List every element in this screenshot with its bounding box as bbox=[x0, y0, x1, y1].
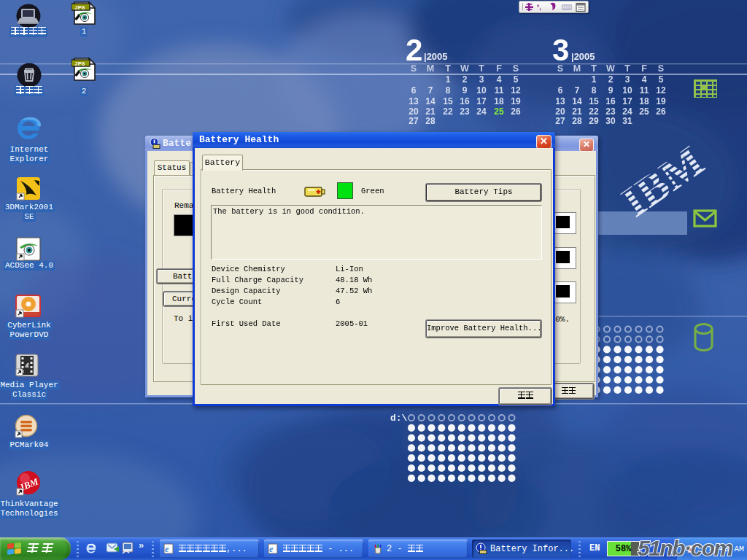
svg-text:25: 25 bbox=[639, 106, 649, 117]
svg-text:|2005: |2005 bbox=[571, 51, 595, 62]
svg-text:15: 15 bbox=[589, 96, 599, 106]
svg-text:5: 5 bbox=[659, 74, 664, 85]
svg-text:3: 3 bbox=[479, 74, 484, 85]
svg-text:d:\: d:\ bbox=[390, 413, 408, 424]
svg-text:30: 30 bbox=[605, 116, 616, 126]
svg-text:23: 23 bbox=[605, 106, 616, 117]
svg-text:14: 14 bbox=[572, 96, 582, 106]
svg-text:13: 13 bbox=[409, 96, 419, 106]
svg-text:22: 22 bbox=[589, 106, 599, 117]
svg-text:18: 18 bbox=[494, 96, 504, 106]
svg-text:26: 26 bbox=[656, 106, 666, 117]
svg-text:9: 9 bbox=[462, 85, 468, 96]
svg-text:W: W bbox=[606, 63, 615, 74]
svg-text:3: 3 bbox=[625, 74, 630, 85]
svg-text:28: 28 bbox=[425, 116, 436, 126]
svg-text:21: 21 bbox=[425, 106, 436, 117]
svg-text:12: 12 bbox=[511, 85, 521, 96]
svg-text:4: 4 bbox=[497, 74, 502, 85]
svg-text:19: 19 bbox=[511, 96, 521, 106]
svg-text:24: 24 bbox=[622, 106, 632, 117]
svg-text:6: 6 bbox=[411, 85, 417, 96]
svg-text:JPG: JPG bbox=[74, 4, 85, 11]
svg-text:12: 12 bbox=[656, 85, 666, 96]
svg-text:F: F bbox=[641, 63, 647, 74]
svg-text:18: 18 bbox=[639, 96, 649, 106]
svg-text:8: 8 bbox=[592, 85, 597, 96]
svg-text:º,: º, bbox=[537, 4, 541, 11]
svg-text:16: 16 bbox=[460, 96, 470, 106]
svg-text:8: 8 bbox=[446, 85, 451, 96]
svg-text:26: 26 bbox=[511, 106, 521, 117]
svg-text:F: F bbox=[496, 63, 502, 74]
svg-text:17: 17 bbox=[476, 96, 487, 106]
svg-text:24: 24 bbox=[476, 106, 487, 117]
svg-text:51nb·com: 51nb·com bbox=[638, 536, 733, 560]
svg-text:9: 9 bbox=[608, 85, 614, 96]
svg-text:31: 31 bbox=[622, 116, 632, 126]
svg-text:M: M bbox=[573, 63, 581, 74]
svg-text:S: S bbox=[513, 63, 519, 74]
svg-text:29: 29 bbox=[589, 116, 599, 126]
svg-text:25: 25 bbox=[494, 106, 504, 117]
svg-text:22: 22 bbox=[443, 106, 453, 117]
svg-text:2: 2 bbox=[608, 74, 614, 85]
svg-text:19: 19 bbox=[656, 96, 666, 106]
svg-text:20: 20 bbox=[555, 106, 565, 117]
svg-text:28: 28 bbox=[572, 116, 582, 126]
svg-text:10: 10 bbox=[476, 85, 487, 96]
svg-text:20: 20 bbox=[409, 106, 419, 117]
svg-text:10: 10 bbox=[622, 85, 632, 96]
svg-text:27: 27 bbox=[555, 116, 565, 126]
svg-text:|2005: |2005 bbox=[424, 51, 448, 62]
svg-text:14: 14 bbox=[425, 96, 436, 106]
svg-text:T: T bbox=[591, 63, 597, 74]
svg-text:e: e bbox=[165, 544, 169, 554]
svg-text:6: 6 bbox=[558, 85, 563, 96]
svg-text:S: S bbox=[557, 63, 563, 74]
svg-text:1: 1 bbox=[592, 74, 597, 85]
svg-text:21: 21 bbox=[572, 106, 582, 117]
svg-text:S: S bbox=[658, 63, 664, 74]
svg-text:5: 5 bbox=[514, 74, 519, 85]
svg-text:W: W bbox=[460, 63, 469, 74]
svg-text:4: 4 bbox=[642, 74, 647, 85]
svg-text:11: 11 bbox=[640, 85, 649, 96]
svg-text:2: 2 bbox=[462, 74, 468, 85]
svg-text:M: M bbox=[427, 63, 434, 74]
svg-text:7: 7 bbox=[575, 85, 580, 96]
svg-text:16: 16 bbox=[605, 96, 616, 106]
svg-text:3: 3 bbox=[552, 33, 569, 67]
svg-text:23: 23 bbox=[460, 106, 470, 117]
svg-text:T: T bbox=[445, 63, 451, 74]
svg-text:17: 17 bbox=[622, 96, 632, 106]
svg-text:27: 27 bbox=[409, 116, 419, 126]
svg-text:1: 1 bbox=[446, 74, 451, 85]
svg-text:2: 2 bbox=[406, 33, 422, 67]
svg-text:»: » bbox=[139, 540, 144, 551]
svg-text:13: 13 bbox=[555, 96, 565, 106]
svg-text:11: 11 bbox=[495, 85, 504, 96]
svg-text:JPG: JPG bbox=[74, 61, 85, 67]
svg-text:e: e bbox=[269, 544, 274, 554]
svg-text:7: 7 bbox=[428, 85, 433, 96]
svg-text:T: T bbox=[479, 63, 484, 74]
svg-text:T: T bbox=[624, 63, 630, 74]
svg-text:15: 15 bbox=[443, 96, 453, 106]
svg-text:S: S bbox=[411, 63, 417, 74]
